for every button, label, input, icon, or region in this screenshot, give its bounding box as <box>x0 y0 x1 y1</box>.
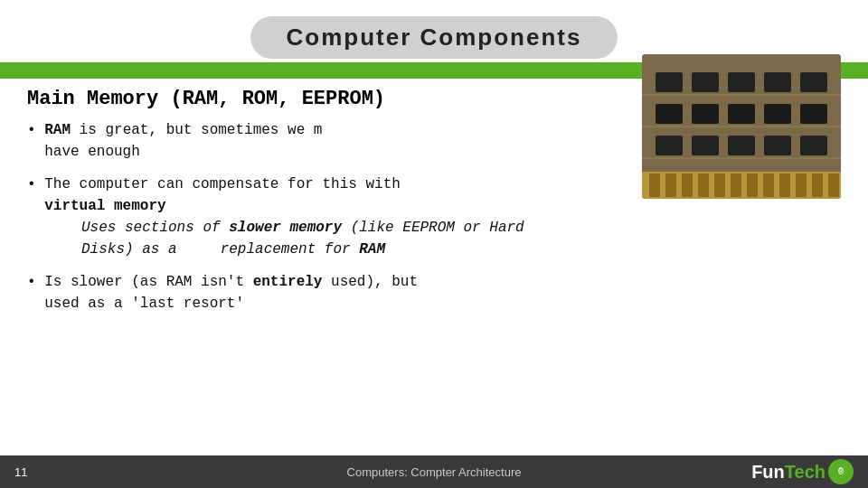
svg-rect-17 <box>764 72 791 92</box>
svg-rect-11 <box>796 174 807 197</box>
bullet-3-line1: • Is slower (as RAM isn't entirely used)… <box>27 271 841 293</box>
ram-image <box>642 54 841 199</box>
bullet-3: • Is slower (as RAM isn't entirely used)… <box>27 271 841 314</box>
svg-rect-20 <box>692 104 719 124</box>
svg-rect-21 <box>728 104 755 124</box>
svg-rect-9 <box>763 174 774 197</box>
ram-svg <box>642 54 841 199</box>
logo-dot: ® <box>828 459 854 484</box>
entirely-label: entirely <box>253 274 323 290</box>
svg-rect-16 <box>728 72 755 92</box>
footer-course-title: Computers: Compter Architecture <box>347 465 522 479</box>
logo-fun-text: Fun <box>751 462 785 483</box>
ram-label: RAM <box>44 122 71 138</box>
svg-rect-2 <box>649 174 660 197</box>
svg-rect-7 <box>731 174 741 197</box>
svg-rect-22 <box>764 104 791 124</box>
page-title: Computer Components <box>250 16 618 59</box>
slide-number: 11 <box>14 465 27 479</box>
svg-rect-18 <box>800 72 827 92</box>
svg-rect-8 <box>747 174 758 197</box>
svg-rect-13 <box>828 174 839 197</box>
footer: 11 Computers: Compter Architecture Fun T… <box>0 455 868 488</box>
svg-rect-10 <box>779 174 790 197</box>
svg-rect-24 <box>656 136 683 155</box>
svg-rect-5 <box>698 174 709 197</box>
svg-rect-15 <box>692 72 719 92</box>
bullet-3-line2: used as a 'last resort' <box>27 293 841 314</box>
bullet-2-sub2: Disks) as a replacement for RAM <box>81 239 841 260</box>
svg-rect-14 <box>656 72 683 92</box>
logo-tech-text: Tech <box>785 462 826 483</box>
svg-rect-26 <box>728 136 755 155</box>
svg-rect-23 <box>800 104 827 124</box>
svg-rect-28 <box>800 136 827 155</box>
svg-rect-6 <box>714 174 725 197</box>
svg-rect-12 <box>812 174 823 197</box>
svg-rect-3 <box>665 174 676 197</box>
svg-rect-19 <box>656 104 683 124</box>
footer-logo: Fun Tech ® <box>751 459 854 484</box>
bullet-2-sub1: Uses sections of slower memory (like EEP… <box>81 217 841 239</box>
slower-memory-label: slower memory <box>229 220 342 236</box>
header: Computer Components <box>0 0 868 62</box>
svg-rect-25 <box>692 136 719 155</box>
ram-label-2: RAM <box>359 241 385 258</box>
svg-rect-4 <box>682 174 693 197</box>
ram-image-container <box>642 54 841 199</box>
svg-rect-27 <box>764 136 791 155</box>
